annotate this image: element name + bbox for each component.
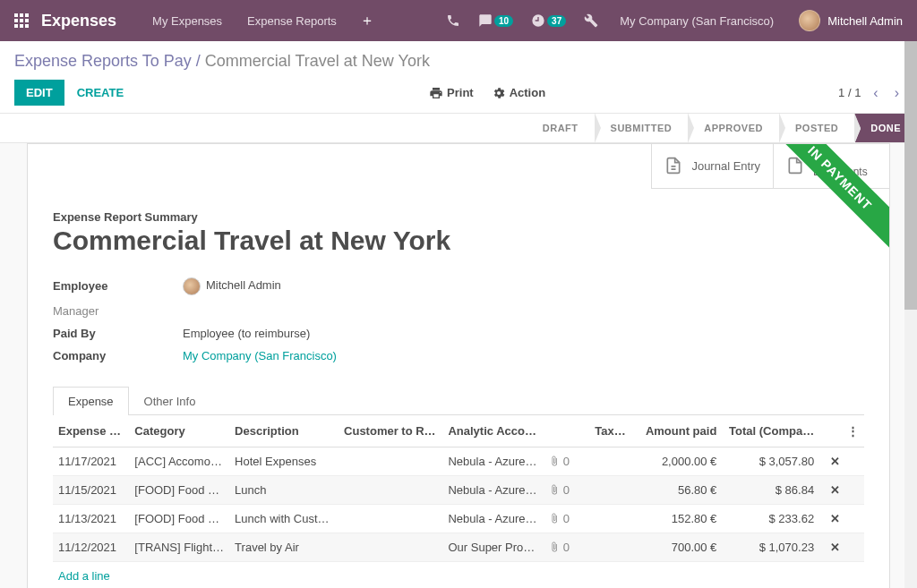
pager-next[interactable]: › (891, 81, 903, 105)
user-name: Mitchell Admin (827, 14, 903, 28)
table-row[interactable]: 11/17/2021[ACC] Accomod…Hotel ExpensesNe… (53, 447, 864, 475)
delete-row-icon[interactable]: ✕ (825, 483, 840, 497)
page-title: Commercial Travel at New York (53, 226, 864, 256)
journal-entry-button[interactable]: Journal Entry (651, 144, 773, 189)
delete-row-icon[interactable]: ✕ (825, 512, 840, 525)
table-row[interactable]: 11/15/2021[FOOD] Food & …LunchNebula - A… (53, 475, 864, 504)
action-button[interactable]: Action (483, 81, 554, 106)
col-header[interactable]: Category (129, 415, 229, 447)
avatar (799, 10, 820, 31)
app-title[interactable]: Expenses (41, 12, 116, 30)
col-header[interactable]: Customer to R… (339, 415, 442, 447)
company-label: Company (53, 349, 183, 362)
print-button[interactable]: Print (420, 81, 483, 106)
status-step-draft[interactable]: DRAFT (527, 114, 595, 142)
col-header[interactable]: Amount paid (631, 415, 723, 447)
form-sheet: Journal Entry 0 Documents IN PAYMENT Exp… (27, 143, 890, 588)
activities-icon[interactable]: 37 (522, 13, 575, 28)
paperclip-icon (549, 456, 560, 466)
col-header[interactable]: Expense … (53, 415, 129, 447)
col-header[interactable]: Analytic Acco… (442, 415, 543, 447)
column-options[interactable]: ⋮ (842, 415, 864, 447)
col-header[interactable]: Tax… (589, 415, 631, 447)
tab-other-info[interactable]: Other Info (129, 387, 211, 415)
paidby-value: Employee (to reimburse) (183, 327, 310, 340)
new-icon[interactable]: ＋ (349, 12, 385, 30)
col-header[interactable]: Total (Compa… (722, 415, 819, 447)
delete-row-icon[interactable]: ✕ (825, 541, 840, 554)
scrollbar-thumb[interactable] (904, 41, 917, 310)
activities-badge: 37 (547, 15, 566, 27)
paperclip-icon (549, 484, 560, 495)
expense-table: Expense …CategoryDescriptionCustomer to … (53, 415, 864, 588)
create-button[interactable]: CREATE (64, 81, 136, 105)
scrollbar[interactable] (904, 41, 917, 588)
employee-label: Employee (53, 279, 183, 293)
col-header[interactable]: Description (229, 415, 339, 447)
employee-value: Mitchell Admin (183, 277, 281, 295)
pager: 1 / 1 ‹ › (838, 81, 903, 105)
apps-icon[interactable] (14, 13, 29, 28)
pager-text: 1 / 1 (838, 86, 861, 99)
status-step-approved[interactable]: APPROVED (688, 114, 779, 142)
breadcrumb-current: Commercial Travel at New York (205, 52, 430, 70)
gear-icon (492, 86, 506, 100)
tools-icon[interactable] (575, 13, 607, 28)
manager-label: Manager (53, 304, 183, 318)
table-row[interactable]: 11/12/2021[TRANS] Flights,…Travel by Air… (53, 533, 864, 561)
breadcrumb-parent[interactable]: Expense Reports To Pay (14, 52, 192, 70)
add-line-button[interactable]: Add a line (53, 561, 864, 588)
print-icon (429, 86, 443, 100)
paidby-label: Paid By (53, 327, 183, 340)
user-menu[interactable]: Mitchell Admin (786, 10, 903, 31)
status-step-posted[interactable]: POSTED (779, 114, 854, 142)
nav-expense-reports[interactable]: Expense Reports (235, 14, 349, 28)
table-row[interactable]: 11/13/2021[FOOD] Food & …Lunch with Cust… (53, 504, 864, 533)
tab-expense[interactable]: Expense (53, 387, 129, 415)
breadcrumb: Expense Reports To Pay / Commercial Trav… (14, 52, 903, 71)
paperclip-icon (549, 513, 560, 524)
messages-icon[interactable]: 10 (469, 13, 522, 28)
tabs: Expense Other Info (53, 386, 864, 415)
edit-button[interactable]: EDIT (14, 80, 64, 106)
summary-label: Expense Report Summary (53, 210, 864, 224)
status-step-submitted[interactable]: SUBMITTED (595, 114, 689, 142)
pager-prev[interactable]: ‹ (870, 81, 881, 105)
company-selector[interactable]: My Company (San Francisco) (607, 14, 786, 28)
messages-badge: 10 (494, 15, 513, 27)
status-bar: DRAFTSUBMITTEDAPPROVEDPOSTEDDONE (0, 113, 917, 143)
paperclip-icon (549, 541, 560, 552)
delete-row-icon[interactable]: ✕ (825, 455, 840, 468)
phone-icon[interactable] (437, 13, 469, 28)
company-value[interactable]: My Company (San Francisco) (183, 349, 337, 362)
nav-my-expenses[interactable]: My Expenses (140, 14, 235, 28)
control-bar: Expense Reports To Pay / Commercial Trav… (0, 41, 917, 113)
col-header[interactable] (544, 415, 589, 447)
employee-avatar (183, 277, 201, 295)
top-navbar: Expenses My Expenses Expense Reports ＋ 1… (0, 0, 917, 41)
document-icon (664, 155, 682, 176)
